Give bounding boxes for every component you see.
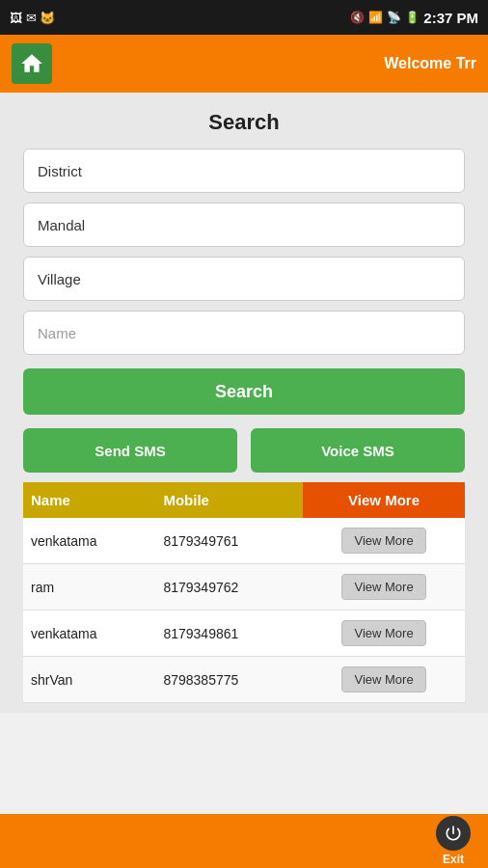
row-mobile: 8179349861 [155, 610, 303, 657]
col-header-mobile: Mobile [155, 482, 303, 518]
exit-label: Exit [443, 853, 464, 866]
home-button[interactable] [12, 43, 52, 84]
view-more-button[interactable]: View More [341, 620, 425, 646]
app-header: Welcome Trr [0, 35, 488, 93]
row-mobile: 8179349762 [155, 564, 303, 610]
exit-button[interactable]: Exit [436, 816, 471, 866]
status-bar: 🖼 ✉ 🐱 🔇 📶 📡 🔋 2:37 PM [0, 0, 488, 35]
table-row: ram 8179349762 View More [23, 564, 465, 610]
status-icons-right: 🔇 📶 📡 🔋 2:37 PM [350, 10, 478, 26]
row-name: venkatama [23, 610, 155, 657]
table-row: venkatama 8179349861 View More [23, 610, 465, 657]
signal-mute-icon: 🔇 [350, 11, 365, 24]
status-icons-left: 🖼 ✉ 🐱 [10, 11, 55, 25]
row-name: ram [23, 564, 155, 610]
network-icon: 📡 [387, 11, 401, 24]
name-input[interactable] [23, 311, 465, 355]
col-header-viewmore: View More [303, 482, 465, 518]
row-name: shrVan [23, 657, 155, 703]
table-row: shrVan 8798385775 View More [23, 657, 465, 703]
notification-icons: 🖼 ✉ 🐱 [10, 11, 55, 25]
table-row: venkatama 8179349761 View More [23, 518, 465, 564]
row-viewmore-cell: View More [303, 518, 465, 564]
row-viewmore-cell: View More [303, 564, 465, 610]
row-viewmore-cell: View More [303, 610, 465, 657]
sms-row: Send SMS Voice SMS [23, 428, 465, 473]
battery-icon: 🔋 [405, 11, 420, 24]
row-viewmore-cell: View More [303, 657, 465, 703]
send-sms-button[interactable]: Send SMS [23, 428, 237, 473]
row-name: venkatama [23, 518, 155, 564]
power-icon-circle [436, 816, 471, 851]
power-icon [444, 824, 463, 843]
mandal-input[interactable] [23, 203, 465, 247]
district-input[interactable] [23, 149, 465, 193]
wifi-icon: 📶 [368, 11, 383, 24]
page-title: Search [23, 110, 465, 135]
voice-sms-button[interactable]: Voice SMS [251, 428, 465, 473]
view-more-button[interactable]: View More [341, 666, 425, 692]
view-more-button[interactable]: View More [341, 574, 425, 600]
col-header-name: Name [23, 482, 155, 518]
search-form: Search [23, 149, 465, 415]
search-button[interactable]: Search [23, 368, 465, 415]
village-input[interactable] [23, 257, 465, 301]
row-mobile: 8798385775 [155, 657, 303, 703]
results-table: Name Mobile View More venkatama 81793497… [23, 482, 465, 703]
view-more-button[interactable]: View More [341, 528, 425, 554]
row-mobile: 8179349761 [155, 518, 303, 564]
home-icon [19, 51, 44, 76]
welcome-text: Welcome Trr [384, 55, 476, 72]
bottom-bar: Exit [0, 814, 488, 868]
status-time: 2:37 PM [423, 10, 478, 26]
main-content: Search Search Send SMS Voice SMS Name Mo… [0, 93, 488, 713]
